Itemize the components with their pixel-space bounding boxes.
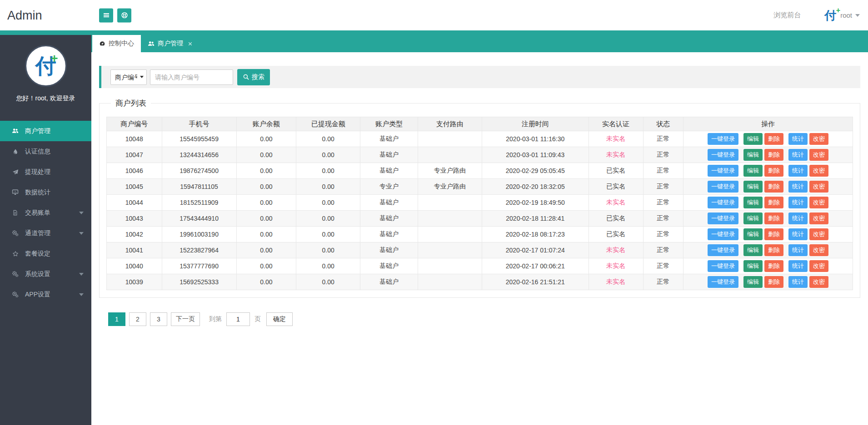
page-button-2[interactable]: 2 (129, 312, 146, 326)
cell-actions: 一键登录编辑删除统计改密 (683, 258, 853, 274)
search-field-select-wrap: 商户编号 (110, 69, 147, 85)
stats-button[interactable]: 统计 (788, 212, 808, 224)
stats-button[interactable]: 统计 (788, 260, 808, 272)
quick-login-button[interactable]: 一键登录 (708, 165, 738, 177)
delete-button[interactable]: 删除 (764, 244, 783, 256)
cell-status: 正常 (643, 163, 683, 179)
quick-login-button[interactable]: 一键登录 (708, 197, 738, 208)
stats-button[interactable]: 统计 (788, 276, 808, 288)
stats-button[interactable]: 统计 (788, 165, 808, 177)
search-button[interactable]: 搜索 (237, 69, 270, 85)
quick-login-button[interactable]: 一键登录 (708, 133, 738, 145)
sidebar-item-data-statistics[interactable]: 数据统计 (0, 182, 91, 203)
goto-page-input[interactable] (226, 312, 250, 326)
quick-login-button[interactable]: 一键登录 (708, 244, 738, 256)
table-row: 10045159478111050.000.00专业户专业户路由2020-02-… (107, 179, 853, 195)
delete-button[interactable]: 删除 (764, 181, 783, 193)
page-button-3[interactable]: 3 (150, 312, 167, 326)
delete-button[interactable]: 删除 (764, 228, 783, 240)
sidebar-item-package-settings[interactable]: 套餐设定 (0, 243, 91, 264)
submenu-caret-icon (79, 273, 84, 276)
sidebar: 付 + 您好！root, 欢迎登录 商户管理认证信息提现处理数据统计交易账单通道… (0, 35, 91, 425)
edit-button[interactable]: 编辑 (743, 181, 763, 193)
delete-button[interactable]: 删除 (764, 149, 783, 161)
quick-login-button[interactable]: 一键登录 (708, 212, 738, 224)
sidebar-item-merchant-management[interactable]: 商户管理 (0, 121, 91, 141)
delete-button[interactable]: 删除 (764, 276, 783, 288)
sidebar-item-withdraw-processing[interactable]: 提现处理 (0, 162, 91, 182)
user-menu-caret-icon[interactable] (855, 14, 860, 17)
cell-merchant-id: 10044 (107, 195, 162, 211)
edit-button[interactable]: 编辑 (743, 149, 763, 161)
change-password-button[interactable]: 改密 (809, 165, 828, 177)
edit-button[interactable]: 编辑 (743, 197, 763, 208)
quick-login-button[interactable]: 一键登录 (708, 276, 738, 288)
sidebar-item-auth-info[interactable]: 认证信息 (0, 141, 91, 162)
confirm-button[interactable]: 确定 (266, 312, 293, 326)
quick-login-button[interactable]: 一键登录 (708, 260, 738, 272)
gears-icon (11, 230, 19, 237)
delete-button[interactable]: 删除 (764, 197, 783, 208)
menu-toggle-button[interactable] (99, 8, 113, 22)
search-input[interactable] (150, 69, 233, 85)
tab-merchant-management[interactable]: 商户管理 (141, 35, 200, 52)
change-password-button[interactable]: 改密 (809, 276, 828, 288)
refresh-button[interactable] (117, 8, 131, 22)
change-password-button[interactable]: 改密 (809, 244, 828, 256)
cell-realname-status: 未实名 (589, 242, 643, 258)
edit-button[interactable]: 编辑 (743, 212, 763, 224)
cell-balance: 0.00 (236, 147, 296, 163)
sidebar-item-system-settings[interactable]: 系统设置 (0, 264, 91, 284)
quick-login-button[interactable]: 一键登录 (708, 149, 738, 161)
delete-button[interactable]: 删除 (764, 133, 783, 145)
edit-button[interactable]: 编辑 (743, 228, 763, 240)
brand-title: Admin (7, 8, 42, 22)
stats-button[interactable]: 统计 (788, 228, 808, 240)
stats-button[interactable]: 统计 (788, 181, 808, 193)
change-password-button[interactable]: 改密 (809, 149, 828, 161)
edit-button[interactable]: 编辑 (743, 244, 763, 256)
stats-button[interactable]: 统计 (788, 149, 808, 161)
greeting-text: 您好！root, 欢迎登录 (16, 94, 75, 103)
change-password-button[interactable]: 改密 (809, 212, 828, 224)
stats-button[interactable]: 统计 (788, 133, 808, 145)
column-header: 商户编号 (107, 117, 162, 131)
stats-button[interactable]: 统计 (788, 244, 808, 256)
cell-phone: 18152511909 (162, 195, 236, 211)
tab-close-icon[interactable] (187, 41, 193, 47)
stats-button[interactable]: 统计 (788, 197, 808, 208)
sidebar-item-channel-management[interactable]: 通道管理 (0, 223, 91, 243)
quick-login-button[interactable]: 一键登录 (708, 181, 738, 193)
change-password-button[interactable]: 改密 (809, 133, 828, 145)
cell-account-type: 基础户 (360, 147, 418, 163)
cell-merchant-id: 10045 (107, 179, 162, 195)
tab-control-center[interactable]: 控制中心 (92, 35, 141, 52)
cell-withdrawn: 0.00 (296, 274, 360, 290)
page-button-1[interactable]: 1 (108, 312, 125, 326)
cell-status: 正常 (643, 179, 683, 195)
change-password-button[interactable]: 改密 (809, 228, 828, 240)
delete-button[interactable]: 删除 (764, 260, 783, 272)
delete-button[interactable]: 删除 (764, 165, 783, 177)
cell-balance: 0.00 (236, 179, 296, 195)
cell-register-time: 2020-03-01 11:09:43 (482, 147, 589, 163)
edit-button[interactable]: 编辑 (743, 133, 763, 145)
next-page-button[interactable]: 下一页 (171, 312, 200, 326)
quick-login-button[interactable]: 一键登录 (708, 228, 738, 240)
cell-realname-status: 已实名 (589, 227, 643, 242)
edit-button[interactable]: 编辑 (743, 276, 763, 288)
cell-status: 正常 (643, 147, 683, 163)
search-field-select[interactable]: 商户编号 (110, 69, 147, 85)
edit-button[interactable]: 编辑 (743, 165, 763, 177)
table-row: 10048155459554590.000.00基础户2020-03-01 11… (107, 131, 853, 147)
change-password-button[interactable]: 改密 (809, 181, 828, 193)
sidebar-item-app-settings[interactable]: APP设置 (0, 284, 91, 305)
cell-actions: 一键登录编辑删除统计改密 (683, 195, 853, 211)
change-password-button[interactable]: 改密 (809, 260, 828, 272)
edit-button[interactable]: 编辑 (743, 260, 763, 272)
delete-button[interactable]: 删除 (764, 212, 783, 224)
view-front-link[interactable]: 浏览前台 (773, 11, 801, 20)
change-password-button[interactable]: 改密 (809, 197, 828, 208)
cell-realname-status: 已实名 (589, 179, 643, 195)
sidebar-item-transaction-bills[interactable]: 交易账单 (0, 203, 91, 223)
